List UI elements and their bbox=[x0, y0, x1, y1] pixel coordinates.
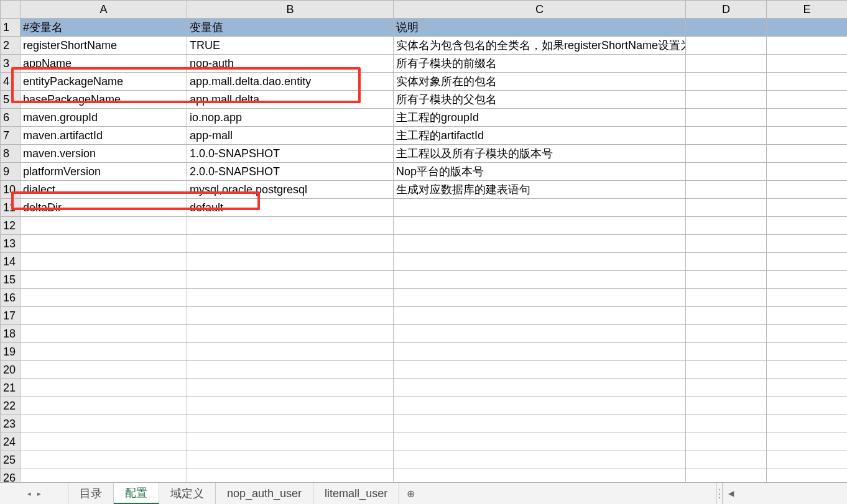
cell[interactable] bbox=[767, 181, 848, 199]
cell[interactable] bbox=[21, 397, 187, 415]
cell[interactable] bbox=[21, 343, 187, 361]
column-header[interactable]: A bbox=[21, 1, 187, 19]
cell[interactable]: app.mall.delta.dao.entity bbox=[187, 73, 394, 91]
cell[interactable] bbox=[767, 253, 848, 271]
cell[interactable] bbox=[686, 379, 767, 397]
cell[interactable]: #变量名 bbox=[21, 19, 187, 37]
select-all-corner[interactable] bbox=[1, 1, 21, 19]
cell[interactable] bbox=[394, 451, 686, 469]
cell[interactable]: basePackageName bbox=[21, 91, 187, 109]
cell[interactable] bbox=[187, 289, 394, 307]
tabbar-resize-handle[interactable]: ⋮ bbox=[716, 483, 723, 504]
cell[interactable] bbox=[686, 181, 767, 199]
cell[interactable]: 所有子模块的父包名 bbox=[394, 91, 686, 109]
new-sheet-button[interactable]: ⊕ bbox=[399, 483, 422, 504]
cell[interactable]: entityPackageName bbox=[21, 73, 187, 91]
row-header[interactable]: 20 bbox=[1, 361, 21, 379]
row-header[interactable]: 4 bbox=[1, 73, 21, 91]
cell[interactable] bbox=[187, 451, 394, 469]
row-header[interactable]: 5 bbox=[1, 91, 21, 109]
cell[interactable] bbox=[686, 397, 767, 415]
cell[interactable] bbox=[686, 217, 767, 235]
cell[interactable]: Nop平台的版本号 bbox=[394, 163, 686, 181]
cell[interactable]: dialect bbox=[21, 181, 187, 199]
cell[interactable] bbox=[187, 469, 394, 482]
cell[interactable] bbox=[187, 253, 394, 271]
row-header[interactable]: 24 bbox=[1, 433, 21, 451]
cell[interactable] bbox=[767, 415, 848, 433]
cell[interactable] bbox=[686, 37, 767, 55]
cell[interactable] bbox=[21, 379, 187, 397]
row-header[interactable]: 13 bbox=[1, 235, 21, 253]
cell[interactable] bbox=[187, 397, 394, 415]
row-header[interactable]: 11 bbox=[1, 199, 21, 217]
cell[interactable]: 1.0.0-SNAPSHOT bbox=[187, 145, 394, 163]
cell[interactable] bbox=[187, 235, 394, 253]
cell[interactable] bbox=[394, 235, 686, 253]
cell[interactable]: 实体对象所在的包名 bbox=[394, 73, 686, 91]
row-header[interactable]: 14 bbox=[1, 253, 21, 271]
cell[interactable] bbox=[394, 217, 686, 235]
cell[interactable]: app.mall.delta bbox=[187, 91, 394, 109]
cell[interactable] bbox=[767, 451, 848, 469]
row-header[interactable]: 22 bbox=[1, 397, 21, 415]
cell[interactable]: appName bbox=[21, 55, 187, 73]
cell[interactable] bbox=[187, 307, 394, 325]
cell[interactable] bbox=[187, 379, 394, 397]
cell[interactable] bbox=[394, 253, 686, 271]
cell[interactable] bbox=[767, 19, 848, 37]
cell[interactable]: TRUE bbox=[187, 37, 394, 55]
cell[interactable] bbox=[767, 199, 848, 217]
horizontal-scrollbar[interactable]: ◀ bbox=[723, 483, 847, 504]
tab-nav-buttons[interactable]: ◂ ▸ bbox=[0, 483, 68, 504]
cell[interactable] bbox=[21, 325, 187, 343]
cell[interactable] bbox=[686, 289, 767, 307]
cell[interactable] bbox=[767, 235, 848, 253]
row-header[interactable]: 2 bbox=[1, 37, 21, 55]
cell[interactable] bbox=[21, 469, 187, 482]
cell[interactable] bbox=[686, 163, 767, 181]
cell[interactable] bbox=[394, 397, 686, 415]
cell[interactable]: 2.0.0-SNAPSHOT bbox=[187, 163, 394, 181]
cell[interactable] bbox=[187, 217, 394, 235]
row-header[interactable]: 7 bbox=[1, 127, 21, 145]
column-header[interactable]: C bbox=[394, 1, 686, 19]
cell[interactable] bbox=[21, 253, 187, 271]
cell[interactable] bbox=[21, 433, 187, 451]
row-header[interactable]: 23 bbox=[1, 415, 21, 433]
cell[interactable] bbox=[767, 307, 848, 325]
cell[interactable] bbox=[686, 469, 767, 482]
tab-prev-icon[interactable]: ◂ bbox=[27, 490, 31, 498]
cell[interactable] bbox=[21, 217, 187, 235]
cell[interactable] bbox=[767, 289, 848, 307]
column-header[interactable]: B bbox=[187, 1, 394, 19]
cell[interactable] bbox=[686, 253, 767, 271]
cell[interactable] bbox=[686, 73, 767, 91]
cell[interactable] bbox=[767, 37, 848, 55]
cell[interactable]: 说明 bbox=[394, 19, 686, 37]
cell[interactable] bbox=[187, 361, 394, 379]
cell[interactable] bbox=[767, 163, 848, 181]
cell[interactable] bbox=[686, 109, 767, 127]
cell[interactable] bbox=[394, 307, 686, 325]
cell[interactable] bbox=[686, 325, 767, 343]
row-header[interactable]: 16 bbox=[1, 289, 21, 307]
cell[interactable]: default bbox=[187, 199, 394, 217]
cell[interactable] bbox=[394, 325, 686, 343]
sheet-tab[interactable]: litemall_user bbox=[313, 483, 399, 504]
row-header[interactable]: 10 bbox=[1, 181, 21, 199]
cell[interactable] bbox=[394, 361, 686, 379]
cell[interactable] bbox=[686, 451, 767, 469]
cell[interactable] bbox=[767, 91, 848, 109]
row-header[interactable]: 25 bbox=[1, 451, 21, 469]
sheet-tab[interactable]: 域定义 bbox=[159, 483, 216, 504]
cell[interactable] bbox=[187, 271, 394, 289]
cell[interactable] bbox=[767, 433, 848, 451]
scroll-left-icon[interactable]: ◀ bbox=[728, 489, 734, 498]
row-header[interactable]: 8 bbox=[1, 145, 21, 163]
cell[interactable] bbox=[686, 55, 767, 73]
cell[interactable] bbox=[686, 433, 767, 451]
cell[interactable]: 生成对应数据库的建表语句 bbox=[394, 181, 686, 199]
cell[interactable] bbox=[394, 469, 686, 482]
row-header[interactable]: 12 bbox=[1, 217, 21, 235]
